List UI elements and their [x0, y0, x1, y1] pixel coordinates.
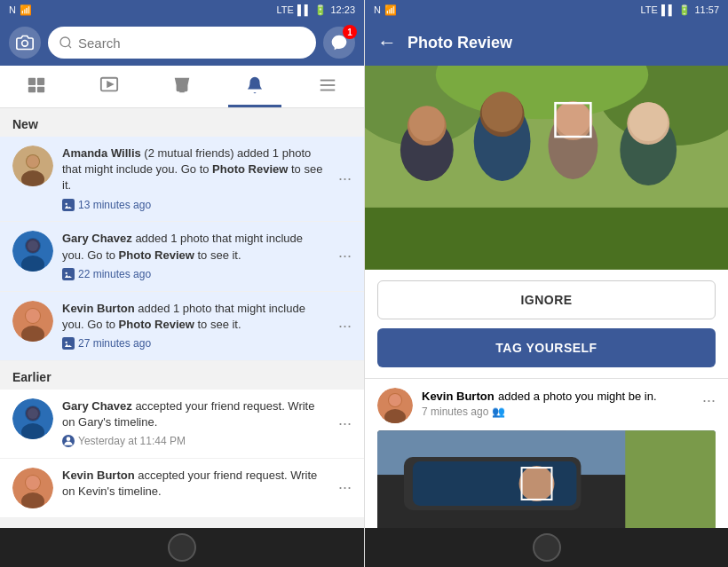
notifications-content: New Amanda Willis (2 mutual friends) add…	[0, 108, 364, 528]
group-photo-svg	[365, 66, 728, 270]
more-options-kevin-friend[interactable]: ···	[335, 478, 352, 497]
nav-notifications[interactable]	[228, 66, 281, 107]
svg-point-47	[409, 106, 445, 141]
section-earlier: Earlier	[0, 361, 364, 390]
bottom-bar-right	[365, 528, 728, 567]
post-image-svg	[377, 430, 716, 528]
notif-name-amanda: Amanda Willis	[62, 146, 141, 160]
notif-body-kevin: Kevin Burton added 1 photo that might in…	[62, 301, 326, 351]
nav-newsfeed[interactable]	[10, 66, 63, 107]
group-photo	[365, 66, 728, 270]
lte-label: LTE	[277, 4, 294, 15]
messenger-button[interactable]: 1	[323, 27, 355, 59]
notification-item-kevin[interactable]: Kevin Burton added 1 photo that might in…	[0, 292, 364, 361]
svg-point-16	[66, 203, 67, 205]
notification-item-kevin-friend[interactable]: Kevin Burton accepted your friend reques…	[0, 459, 364, 518]
svg-marker-7	[107, 82, 113, 87]
photo-icon-amanda	[62, 199, 75, 211]
wifi-icon: 📶	[20, 4, 32, 16]
notif-body-gary-friend: Gary Chavez accepted your friend request…	[62, 398, 326, 449]
tag-yourself-button[interactable]: TAG YOURSELF	[377, 328, 716, 367]
notification-item-gary[interactable]: Gary Chavez added 1 photo that might inc…	[0, 222, 364, 291]
review-content: IGNORE TAG YOURSELF Kevin Burton added a…	[365, 66, 728, 528]
notif-time-kevin: 27 minutes ago	[62, 336, 326, 351]
status-left: N 📶	[9, 4, 32, 16]
home-button-left[interactable]	[168, 533, 196, 562]
more-options-gary-friend[interactable]: ···	[335, 414, 352, 433]
notif-link-amanda: Photo Review	[212, 162, 288, 176]
watch-icon	[99, 75, 119, 95]
icon-nav	[0, 66, 364, 108]
more-options-kevin[interactable]: ···	[335, 317, 352, 335]
newsfeed-icon	[27, 75, 46, 95]
svg-point-27	[26, 309, 40, 323]
search-input[interactable]	[78, 35, 305, 51]
svg-point-29	[66, 342, 67, 343]
nav-watch[interactable]	[83, 66, 136, 107]
svg-rect-15	[62, 199, 75, 211]
status-right: LTE ▌▌ 🔋 12:23	[277, 4, 355, 16]
carrier-icon: N	[9, 4, 16, 15]
svg-point-50	[482, 91, 523, 132]
notif-name-kevin: Kevin Burton	[62, 302, 135, 315]
notif-link-kevin: Photo Review	[119, 318, 194, 331]
signal-icon-right: ▌▌	[661, 4, 676, 15]
svg-point-66	[519, 466, 555, 501]
more-options-gary[interactable]: ···	[335, 247, 352, 265]
notification-item-gary-friend[interactable]: Gary Chavez accepted your friend request…	[0, 390, 364, 459]
notification-item-amanda[interactable]: Amanda Willis (2 mutual friends) added 1…	[0, 137, 364, 222]
svg-point-61	[389, 394, 401, 406]
top-nav-left: 1	[0, 20, 364, 66]
battery-icon-right: 🔋	[678, 4, 691, 16]
svg-point-14	[27, 155, 39, 168]
svg-point-34	[28, 408, 38, 419]
wifi-icon-right: 📶	[384, 4, 397, 16]
avatar-kevin-earlier	[12, 468, 53, 508]
svg-point-23	[66, 272, 67, 274]
post-desc: added a photo you might be in.	[498, 390, 657, 403]
lte-label-right: LTE	[641, 4, 658, 15]
search-icon	[59, 35, 73, 50]
messenger-badge: 1	[343, 25, 357, 39]
photo-review-nav: ← Photo Review	[365, 20, 728, 66]
post-header: Kevin Burton added a photo you might be …	[377, 388, 716, 423]
status-bar-right: N 📶 LTE ▌▌ 🔋 11:57	[365, 0, 728, 20]
post-avatar-kevin	[377, 388, 413, 423]
svg-point-53	[555, 101, 590, 137]
search-bar[interactable]	[48, 27, 316, 59]
marketplace-icon	[172, 75, 192, 95]
svg-point-21	[28, 240, 38, 251]
section-new: New	[0, 108, 364, 137]
avatar-gary-earlier	[12, 398, 53, 439]
avatar-amanda	[12, 146, 53, 186]
svg-rect-3	[37, 78, 44, 85]
photo-icon-kevin	[62, 337, 75, 350]
action-buttons: IGNORE TAG YOURSELF	[365, 270, 728, 378]
signal-icon: ▌▌	[297, 4, 312, 15]
notif-time-gary-friend: Yesterday at 11:44 PM	[62, 434, 326, 449]
menu-icon	[318, 75, 337, 95]
post-more-options[interactable]: ...	[702, 388, 716, 406]
bottom-bar-left	[0, 528, 364, 567]
nav-marketplace[interactable]	[155, 66, 209, 107]
more-options-amanda[interactable]: ···	[335, 169, 352, 188]
ignore-button[interactable]: IGNORE	[377, 280, 716, 319]
notif-time-amanda: 13 minutes ago	[62, 198, 326, 213]
new-notifications-list: Amanda Willis (2 mutual friends) added 1…	[0, 137, 364, 361]
earlier-notifications-list: Gary Chavez accepted your friend request…	[0, 390, 364, 518]
photo-icon-gary	[62, 268, 75, 280]
home-button-right[interactable]	[533, 533, 561, 562]
time-label-right: 11:57	[694, 4, 719, 15]
notif-time-gary: 22 minutes ago	[62, 267, 326, 282]
post-time-text: 7 minutes ago	[422, 406, 488, 418]
avatar-kevin	[12, 301, 53, 342]
notif-body-amanda: Amanda Willis (2 mutual friends) added 1…	[62, 146, 326, 212]
post-info: Kevin Burton added a photo you might be …	[422, 388, 693, 418]
post-image	[377, 430, 716, 528]
camera-button[interactable]	[9, 27, 41, 59]
back-button[interactable]: ←	[377, 31, 397, 54]
notifications-icon	[245, 75, 265, 95]
nav-menu[interactable]	[301, 66, 354, 107]
svg-point-39	[26, 476, 40, 490]
notif-body-gary: Gary Chavez added 1 photo that might inc…	[62, 231, 326, 281]
